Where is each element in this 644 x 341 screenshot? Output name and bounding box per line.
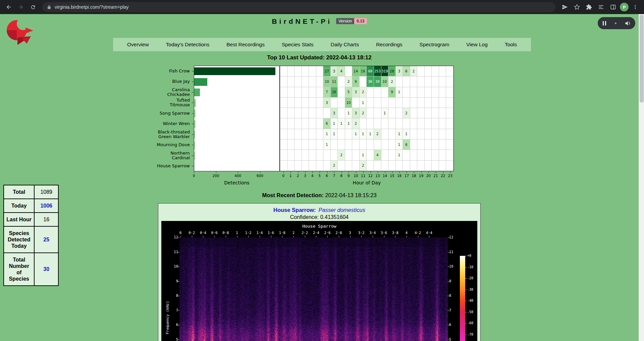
x-tick-label: 12 [368, 174, 373, 178]
send-icon[interactable] [559, 2, 570, 12]
spec-x-tick [339, 236, 339, 237]
title-row: BirdNET-Pi Version0.13 [0, 17, 639, 25]
heatmap-cell [432, 87, 439, 98]
detections-bar [194, 152, 195, 160]
heatmap-plot: 2734141668253319283621011293639102726532… [280, 66, 454, 171]
heatmap-cell [432, 118, 439, 129]
top10-heading: Top 10 Last Updated: 2022-04-13 18:12 [0, 54, 639, 61]
heatmap-cell [425, 129, 432, 139]
spec-y-tick [178, 252, 179, 252]
heatmap-cell [439, 161, 446, 171]
nav-item-recordings[interactable]: Recordings [376, 42, 402, 48]
heatmap-cell [316, 150, 324, 160]
stats-link[interactable]: 25 [43, 237, 49, 242]
extensions-icon[interactable] [584, 2, 594, 12]
reading-list-icon[interactable] [596, 2, 606, 12]
spec-x-tick-label: 3·4 [369, 231, 376, 235]
heatmap-cell: 1 [323, 129, 331, 139]
heatmap-cell [388, 118, 396, 129]
spectrogram-canvas [179, 237, 448, 341]
heatmap-cell [345, 66, 353, 76]
heatmap-cell: 4 [338, 66, 345, 76]
stats-link[interactable]: 1006 [40, 203, 52, 209]
heatmap-cell [360, 139, 367, 150]
chart-species-labels: Fish CrowBlue JayCarolina ChickadeeTufte… [156, 66, 194, 171]
heatmap-cell [316, 87, 324, 98]
bookmark-star-icon[interactable] [572, 2, 582, 12]
heatmap-cell: 10 [323, 76, 331, 87]
heatmap-cell [417, 150, 425, 160]
heatmap-cell [425, 87, 432, 98]
heatmap-cell [287, 66, 295, 76]
nav-item-best-recordings[interactable]: Best Recordings [226, 42, 265, 48]
detection-scientific-name[interactable]: Passer domesticus [319, 207, 365, 213]
spec-x-tick [203, 236, 203, 237]
heatmap-cell: 2 [410, 66, 418, 76]
heatmap-cell [403, 118, 410, 129]
colorbar-tick-label: +0 [467, 254, 471, 258]
heatmap-cell [425, 118, 432, 129]
heatmap-cell [352, 150, 360, 160]
reload-icon[interactable] [28, 2, 38, 12]
heatmap-cell [294, 150, 302, 160]
spec-y-tick [448, 310, 449, 311]
x-tick [348, 172, 349, 173]
nav-item-today-s-detections[interactable]: Today's Detections [166, 42, 210, 48]
volume-icon[interactable] [625, 20, 631, 26]
heatmap-cell [331, 98, 338, 108]
spec-x-tick [271, 236, 271, 237]
y-tick [192, 145, 194, 145]
species-label: Northern Cardinal [156, 150, 190, 161]
heatmap-cell: 68 [367, 66, 374, 76]
stats-link[interactable]: 30 [43, 266, 49, 272]
nav-item-daily-charts[interactable]: Daily Charts [331, 42, 359, 48]
species-label: Tufted Titmouse [156, 98, 190, 108]
recent-detection-value: 2022-04-13 18:15:23 [325, 192, 376, 198]
url-bar[interactable]: virginia.birdnetpi.com/?stream=play [42, 2, 555, 12]
heatmap-cell: 2 [374, 129, 381, 139]
heatmap-cell [388, 161, 396, 171]
spec-x-tick-label: 0·4 [200, 231, 206, 235]
heatmap-cell [294, 76, 302, 87]
spec-y-tick-label: 9 [449, 279, 451, 283]
nav-item-tools[interactable]: Tools [505, 42, 517, 48]
heatmap-cell: 28 [388, 66, 396, 76]
heatmap-cell [287, 76, 295, 87]
heatmap-cell [388, 98, 396, 108]
heatmap-cell [417, 129, 425, 139]
nav-item-view-log[interactable]: View Log [466, 42, 487, 48]
nav-item-species-stats[interactable]: Species Stats [282, 42, 314, 48]
nav-item-overview[interactable]: Overview [127, 42, 149, 48]
back-icon[interactable] [3, 2, 14, 12]
spec-y-tick-label: 10 [169, 264, 178, 268]
detection-common-name[interactable]: House Sparrow: [273, 207, 316, 213]
nav-item-spectrogram[interactable]: Spectrogram [420, 42, 449, 48]
spec-y-tick [178, 296, 179, 296]
x-tick [305, 172, 306, 173]
heatmap-cell [345, 150, 353, 160]
forward-icon[interactable] [15, 2, 26, 12]
heatmap-cell [294, 118, 302, 129]
heatmap-cell: 2 [352, 118, 360, 129]
spec-x-tick [237, 236, 237, 237]
spec-y-tick-label: 7 [169, 308, 178, 312]
heatmap-cell [294, 129, 302, 139]
pause-button[interactable] [602, 21, 607, 25]
heatmap-cell [302, 129, 309, 139]
heatmap-cell [446, 150, 453, 160]
menu-kebab-icon[interactable] [630, 2, 641, 12]
x-tick [378, 172, 378, 173]
spec-x-tick [305, 236, 305, 237]
heatmap-cell [302, 98, 309, 108]
heatmap-cell [417, 139, 425, 150]
scrollbar-thumb[interactable] [640, 15, 644, 103]
heatmap-cell: 36 [367, 76, 374, 87]
x-tick [436, 172, 436, 173]
spec-x-tick-label: 4·4 [426, 231, 432, 235]
profile-avatar[interactable]: P [620, 3, 629, 11]
audio-progress-dot[interactable] [615, 22, 616, 24]
heatmap-cell [410, 108, 418, 118]
colorbar-tick [465, 267, 467, 268]
side-panel-icon[interactable] [608, 2, 619, 12]
colorbar-tick-label: -30 [467, 288, 473, 291]
